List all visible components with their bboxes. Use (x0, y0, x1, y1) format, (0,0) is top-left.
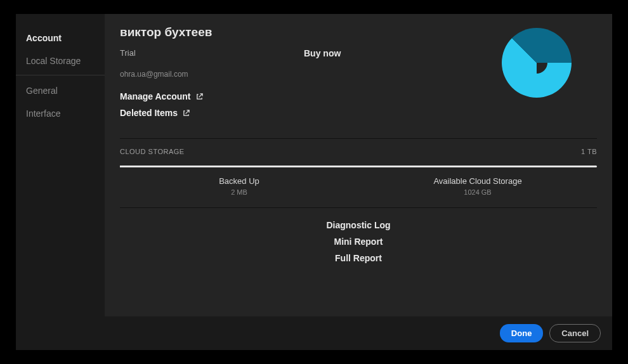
sidebar-item-account[interactable]: Account (16, 27, 105, 49)
diagnostic-log-link[interactable]: Diagnostic Log (120, 217, 597, 233)
storage-columns: Backed Up 2 MB Available Cloud Storage 1… (120, 176, 597, 196)
storage-col-available: Available Cloud Storage 1024 GB (358, 176, 597, 196)
footer: Done Cancel (16, 316, 612, 350)
external-link-icon (183, 110, 190, 117)
buy-now-link[interactable]: Buy now (304, 48, 341, 58)
plan-label: Trial (120, 48, 304, 58)
cloud-storage-section: CLOUD STORAGE 1 TB Backed Up 2 MB Availa… (120, 138, 597, 208)
manage-account-label: Manage Account (120, 91, 191, 101)
sidebar-separator (16, 75, 105, 75)
storage-bar (120, 166, 597, 167)
external-link-icon (196, 93, 203, 100)
preferences-window: Account Local Storage General Interface … (16, 14, 612, 350)
storage-col-title: Backed Up (120, 176, 358, 186)
account-username: виктор бухтеев (120, 25, 502, 39)
manage-account-link[interactable]: Manage Account (120, 91, 502, 101)
storage-col-backed-up: Backed Up 2 MB (120, 176, 358, 196)
sidebar-item-interface[interactable]: Interface (16, 102, 105, 125)
deleted-items-label: Deleted Items (120, 108, 178, 118)
storage-header: CLOUD STORAGE 1 TB (120, 148, 597, 155)
sidebar-item-local-storage[interactable]: Local Storage (16, 49, 105, 72)
cancel-button[interactable]: Cancel (549, 324, 601, 342)
storage-col-value: 1024 GB (358, 188, 597, 196)
storage-pie-chart (502, 28, 572, 98)
storage-heading: CLOUD STORAGE (120, 148, 185, 155)
storage-col-title: Available Cloud Storage (358, 176, 597, 186)
full-report-link[interactable]: Full Report (120, 250, 597, 266)
storage-total: 1 TB (581, 148, 597, 155)
plan-row: Trial Buy now (120, 48, 502, 58)
main-panel: виктор бухтеев Trial Buy now ohra.ua@gma… (105, 14, 612, 316)
account-info: виктор бухтеев Trial Buy now ohra.ua@gma… (120, 25, 502, 124)
account-email: ohra.ua@gmail.com (120, 70, 502, 79)
diagnostics-section: Diagnostic Log Mini Report Full Report (120, 208, 597, 270)
window-body: Account Local Storage General Interface … (16, 14, 612, 316)
storage-col-value: 2 MB (120, 188, 358, 196)
mini-report-link[interactable]: Mini Report (120, 233, 597, 250)
sidebar-item-general[interactable]: General (16, 79, 105, 102)
sidebar: Account Local Storage General Interface (16, 14, 105, 316)
deleted-items-link[interactable]: Deleted Items (120, 108, 502, 118)
account-top: виктор бухтеев Trial Buy now ohra.ua@gma… (120, 25, 597, 124)
done-button[interactable]: Done (500, 324, 544, 342)
